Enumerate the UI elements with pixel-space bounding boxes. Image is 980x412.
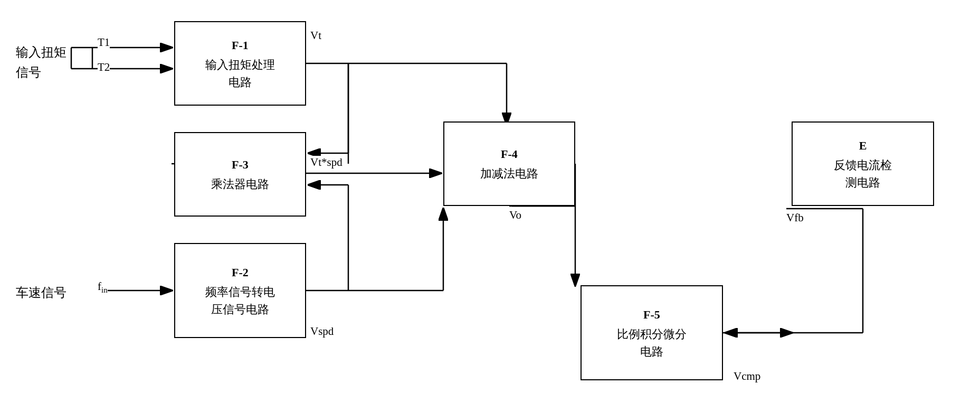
label-Vfb: Vfb — [786, 211, 804, 224]
block-F3: F-3 乘法器电路 — [174, 132, 306, 217]
block-E-id: E — [859, 137, 867, 154]
block-F3-label: 乘法器电路 — [211, 175, 269, 193]
label-Vspd: Vspd — [310, 325, 334, 338]
label-T1: T1 — [98, 36, 110, 49]
diagram: F-1 输入扭矩处理电路 F-3 乘法器电路 F-2 频率信号转电压信号电路 F… — [0, 0, 980, 412]
block-F4-id: F-4 — [501, 145, 518, 163]
block-F4-label: 加减法电路 — [480, 165, 538, 182]
label-T2: T2 — [98, 61, 110, 74]
block-F5-label: 比例积分微分电路 — [617, 325, 687, 360]
block-F1-id: F-1 — [232, 36, 249, 54]
block-E-label: 反馈电流检测电路 — [834, 156, 892, 191]
block-F5-id: F-5 — [643, 306, 660, 323]
block-F3-id: F-3 — [232, 156, 249, 173]
block-F1-label: 输入扭矩处理电路 — [205, 56, 275, 91]
block-F2-label: 频率信号转电压信号电路 — [205, 283, 275, 318]
input-speed-label: 车速信号 — [16, 284, 66, 301]
label-Vtspd: Vt*spd — [310, 156, 342, 169]
label-Vo: Vo — [509, 209, 521, 222]
input-torque-label: 输入扭矩信号 — [16, 42, 66, 83]
block-F1: F-1 输入扭矩处理电路 — [174, 21, 306, 106]
block-F4: F-4 加减法电路 — [443, 121, 575, 206]
block-F2: F-2 频率信号转电压信号电路 — [174, 243, 306, 338]
label-fin: fin — [98, 280, 108, 295]
block-F2-id: F-2 — [232, 264, 249, 281]
label-Vt: Vt — [310, 29, 321, 42]
arrows-overlay — [0, 0, 980, 412]
block-F5: F-5 比例积分微分电路 — [581, 285, 723, 380]
block-E: E 反馈电流检测电路 — [792, 121, 934, 206]
label-Vcmp: Vcmp — [734, 370, 760, 383]
